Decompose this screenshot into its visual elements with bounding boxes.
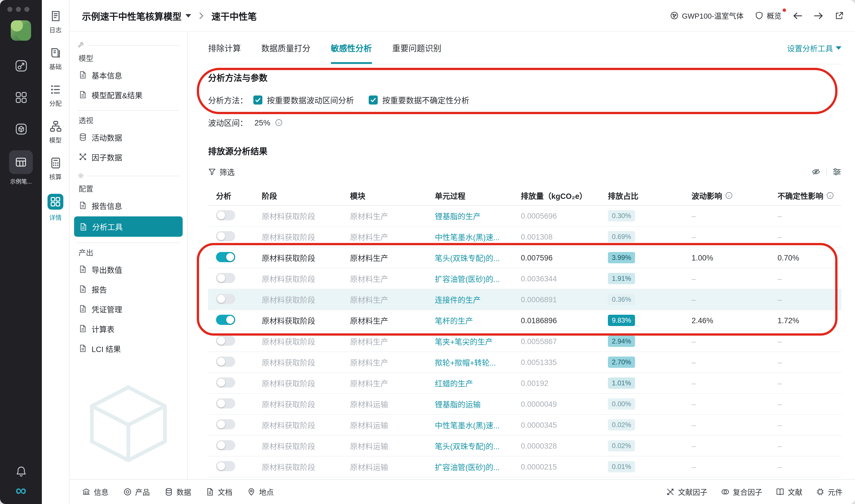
window-minimize-button[interactable] [16, 7, 21, 12]
bottom-item-literature-factor[interactable]: 文献因子 [666, 486, 708, 497]
info-icon[interactable] [826, 191, 834, 199]
rail-item-accounting[interactable]: 核算 [49, 157, 62, 181]
table-row: 原材料获取阶段 原材料运输 锂基脂的运输 0.0000049 0.00% – – [208, 394, 841, 415]
gwp-selector[interactable]: GWP100-温室气体 [670, 10, 744, 21]
sidebar-item-report[interactable]: 报告 [70, 279, 187, 299]
sidebar-item-label: 分析工具 [92, 221, 123, 232]
bottom-item-literature[interactable]: 文献 [776, 486, 802, 497]
process-link[interactable]: 扩容油管(医砂)的... [435, 463, 500, 472]
method-checkbox-1[interactable]: 按重要数据不确定性分析 [369, 94, 469, 106]
analysis-toggle[interactable] [216, 293, 235, 304]
apps-grid-icon[interactable] [14, 91, 28, 104]
rail-item-basic[interactable]: 基础 [49, 47, 62, 71]
window-close-button[interactable] [7, 7, 13, 12]
bottom-item-composite-factor[interactable]: 复合因子 [721, 486, 762, 497]
analysis-toggle[interactable] [216, 377, 235, 387]
process-link[interactable]: 中性笔墨水(黑)速... [435, 233, 500, 242]
rail-item-example-model[interactable]: 示例笔... [9, 150, 33, 185]
sidebar-item-calc-table[interactable]: 计算表 [70, 319, 187, 339]
open-in-new-icon[interactable] [835, 11, 844, 20]
process-link[interactable]: 连接件的生产 [435, 296, 481, 305]
section-label-config: 配置 [78, 183, 187, 194]
tab-sensitivity[interactable]: 敏感性分析 [331, 32, 372, 64]
workflow-icon[interactable] [14, 59, 28, 72]
info-icon[interactable] [275, 119, 283, 127]
window-zoom-button[interactable] [24, 7, 30, 12]
overview-button[interactable]: 概览 [755, 10, 782, 21]
rail-item-allocation[interactable]: 分配 [49, 84, 62, 107]
process-link[interactable]: 揿轮+揿帽+转轮... [435, 359, 496, 367]
analysis-toggle[interactable] [216, 314, 235, 325]
rail-item-logs[interactable]: 日志 [49, 10, 62, 34]
sidebar-item-voucher-management[interactable]: 凭证管理 [70, 299, 187, 319]
info-icon[interactable] [725, 191, 733, 199]
process-link[interactable]: 笔夹+笔尖的生产 [435, 338, 493, 346]
sidebar-item-model-config-results[interactable]: 模型配置&结果 [70, 85, 187, 105]
analysis-toggle[interactable] [216, 335, 235, 345]
analysis-toggle[interactable] [216, 461, 235, 471]
process-link[interactable]: 中性笔墨水(黑)速... [435, 421, 500, 430]
analysis-toggle[interactable] [216, 440, 235, 450]
tab-exclude-calc[interactable]: 排除计算 [208, 32, 241, 64]
sidebar-item-export-values[interactable]: 导出数值 [70, 259, 187, 279]
analysis-toggle[interactable] [216, 419, 235, 429]
process-link[interactable]: 笔头(双珠专配)的... [435, 254, 500, 263]
process-link[interactable]: 扩容油管(医砂)的... [435, 275, 500, 284]
sidebar-item-basic-info[interactable]: 基本信息 [70, 65, 187, 85]
rail-item-model[interactable]: 模型 [49, 120, 62, 144]
analysis-toggle[interactable] [216, 210, 235, 220]
clear-filter-icon[interactable] [812, 167, 820, 176]
rail-item-detail[interactable]: 详情 [48, 194, 63, 221]
bottom-item-component[interactable]: 元件 [816, 486, 842, 497]
process-link[interactable]: 锂基脂的运输 [435, 401, 481, 409]
divider-line [88, 176, 179, 176]
uncertainty-impact-cell: 0.70% [778, 253, 841, 262]
process-link[interactable]: 笔杆的生产 [435, 317, 473, 325]
analysis-toggle[interactable] [216, 273, 235, 283]
model-title-dropdown[interactable]: 示例速干中性笔核算模型 [82, 9, 191, 22]
bottom-item-label: 文献因子 [678, 486, 708, 497]
sidebar-item-lci-results[interactable]: LCI 结果 [70, 339, 187, 358]
back-arrow-icon[interactable] [793, 12, 802, 19]
workspace-avatar[interactable] [11, 20, 31, 41]
bottom-item-data[interactable]: 数据 [164, 486, 191, 497]
filter-button[interactable]: 筛选 [208, 166, 235, 177]
module-cell: 原材料生产 [350, 252, 435, 263]
results-section-title: 排放源分析结果 [208, 146, 841, 157]
notifications-bell-icon[interactable] [15, 466, 27, 478]
forward-arrow-icon[interactable] [814, 12, 823, 19]
sidebar-item-report-info[interactable]: 报告信息 [70, 196, 187, 215]
bottom-item-label: 数据 [176, 486, 191, 497]
table-row: 原材料获取阶段 原材料生产 中性笔墨水(黑)速... 0.001308 0.69… [208, 227, 841, 248]
bottom-item-label: 元件 [828, 486, 842, 497]
sidebar-item-factor-data[interactable]: 因子数据 [70, 147, 187, 167]
analysis-toggle[interactable] [216, 252, 235, 262]
document-icon [78, 71, 87, 79]
analysis-toggle[interactable] [216, 398, 235, 408]
stage-cell: 原材料获取阶段 [262, 231, 350, 242]
analysis-toggle[interactable] [216, 231, 235, 241]
bottom-item-docs[interactable]: 文档 [206, 486, 232, 497]
process-link[interactable]: 锂基脂的生产 [435, 213, 481, 221]
sidebar-item-analysis-tools[interactable]: 分析工具 [74, 216, 182, 237]
analysis-toggle[interactable] [216, 356, 235, 366]
emission-share-badge: 2.70% [608, 357, 635, 368]
tab-key-issues[interactable]: 重要问题识别 [392, 32, 441, 64]
tab-data-quality[interactable]: 数据质量打分 [261, 32, 311, 64]
sidebar-item-activity-data[interactable]: 活动数据 [70, 127, 187, 147]
package-icon[interactable] [14, 123, 28, 136]
settings-analysis-tool-link[interactable]: 设置分析工具 [787, 42, 841, 53]
wave-impact-cell: – [692, 212, 778, 220]
section-label-model: 模型 [78, 53, 187, 63]
method-checkbox-0[interactable]: 按重要数据波动区间分析 [253, 94, 354, 106]
column-settings-icon[interactable] [832, 167, 841, 176]
bottom-item-info[interactable]: 信息 [82, 486, 108, 497]
tabs-row: 排除计算数据质量打分敏感性分析重要问题识别 设置分析工具 [208, 32, 841, 65]
process-link[interactable]: 红蜡的生产 [435, 380, 473, 388]
bottom-item-product[interactable]: 产品 [123, 486, 150, 497]
allocation-icon [50, 84, 62, 95]
bottom-item-location[interactable]: 地点 [247, 486, 274, 497]
module-cell: 原材料生产 [350, 231, 435, 242]
fluctuation-value: 25% [255, 118, 270, 127]
process-link[interactable]: 笔头(双珠专配)的... [435, 443, 500, 451]
